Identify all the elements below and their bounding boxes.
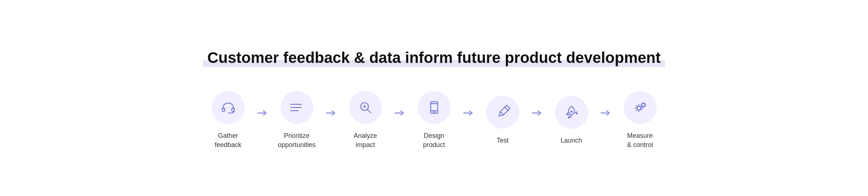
- step-design-product: Design product: [409, 91, 460, 150]
- arrow-1: [322, 110, 340, 116]
- svg-line-21: [505, 107, 508, 110]
- gather-feedback-icon-circle: [212, 91, 245, 124]
- prioritize-opportunities-label: Prioritize opportunities: [278, 131, 316, 150]
- page-container: Customer feedback & data inform future p…: [32, 32, 836, 165]
- design-product-icon-circle: [418, 91, 451, 124]
- svg-point-2: [228, 112, 230, 114]
- svg-point-9: [290, 110, 292, 112]
- title-wrapper: Customer feedback & data inform future p…: [203, 46, 665, 69]
- step-analyze-impact: Analyze impact: [340, 91, 391, 150]
- step-gather-feedback: Gather feedback: [203, 91, 254, 150]
- test-icon-circle: [486, 96, 519, 129]
- svg-point-8: [290, 107, 292, 108]
- step-test: Test: [477, 96, 528, 145]
- launch-label: Launch: [561, 136, 582, 145]
- step-prioritize-opportunities: Prioritize opportunities: [271, 91, 322, 150]
- svg-point-24: [570, 110, 572, 112]
- analyze-impact-icon-circle: [349, 91, 382, 124]
- measure-control-label: Measure & control: [627, 131, 653, 150]
- launch-icon-circle: [555, 96, 588, 129]
- svg-line-22: [500, 112, 504, 115]
- svg-point-7: [290, 104, 292, 105]
- design-product-label: Design product: [423, 131, 445, 150]
- step-launch: Launch: [546, 96, 597, 145]
- test-label: Test: [497, 136, 509, 145]
- arrow-3: [460, 110, 477, 116]
- arrow-2: [391, 110, 409, 116]
- gather-feedback-label: Gather feedback: [215, 131, 241, 150]
- arrow-4: [528, 110, 546, 116]
- arrow-5: [597, 110, 615, 116]
- arrow-0: [254, 110, 271, 116]
- steps-row: Gather feedback Prioritize opportunities…: [203, 91, 666, 150]
- svg-point-26: [637, 106, 641, 110]
- measure-control-icon-circle: [624, 91, 657, 124]
- analyze-impact-label: Analyze impact: [353, 131, 377, 150]
- prioritize-opportunities-icon-circle: [280, 91, 313, 124]
- svg-line-12: [367, 109, 371, 113]
- step-measure-control: Measure & control: [615, 91, 666, 150]
- page-title: Customer feedback & data inform future p…: [203, 46, 665, 69]
